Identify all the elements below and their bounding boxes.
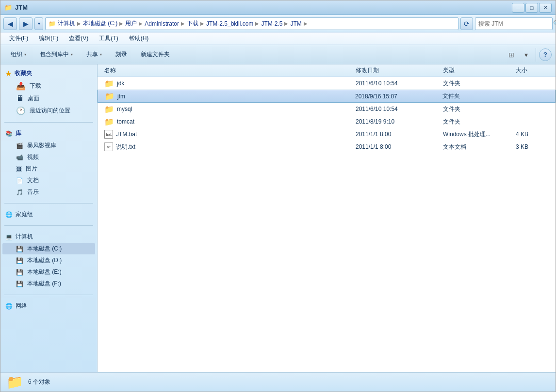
refresh-button[interactable]: ⟳ <box>460 17 473 30</box>
sidebar-homegroup-header[interactable]: 🌐 家庭组 <box>0 208 97 220</box>
library-label: 库 <box>16 129 21 138</box>
file-size-jtmbat: 4 KB <box>513 129 552 139</box>
view-list-button[interactable]: ⊞ <box>505 48 518 61</box>
col-header-size[interactable]: 大小 <box>513 64 552 77</box>
new-folder-button[interactable]: 新建文件夹 <box>134 47 176 63</box>
file-name-jdk: 📁 jdk <box>101 78 353 90</box>
sidebar-section-homegroup: 🌐 家庭组 <box>0 205 97 223</box>
sidebar-item-music[interactable]: 🎵 音乐 <box>2 187 95 198</box>
sidebar-section-library: 📚 库 🎬 暴风影视库 📹 视频 🖼 图片 📄 文档 🎵 音乐 <box>0 125 97 201</box>
sidebar-item-downloads[interactable]: 📥 下载 <box>2 80 95 92</box>
dropdown-button[interactable]: ▾ <box>34 17 43 30</box>
table-row[interactable]: 📁 jtm 2018/9/16 15:07 文件夹 <box>98 90 556 103</box>
computer-icon: 💻 <box>5 234 13 240</box>
col-header-name[interactable]: 名称 <box>101 64 353 77</box>
organize-button[interactable]: 组织 ▾ <box>4 47 33 63</box>
folder-icon: 📁 <box>104 117 114 126</box>
include-library-button[interactable]: 包含到库中 ▾ <box>33 47 79 63</box>
menu-file[interactable]: 文件(F) <box>4 33 33 44</box>
sidebar-item-label: 桌面 <box>28 94 39 103</box>
file-name-jtm: 📁 jtm <box>102 90 352 102</box>
file-type-jdk: 文件夹 <box>440 78 513 89</box>
share-label: 共享 <box>86 50 98 59</box>
sidebar-item-storm-library[interactable]: 🎬 暴风影视库 <box>2 140 95 151</box>
sidebar-divider-4 <box>4 295 93 295</box>
sidebar-favorites-header[interactable]: ★ 收藏夹 <box>0 67 97 79</box>
storm-icon: 🎬 <box>16 142 23 149</box>
path-jtm25: JTM-2.5 <box>261 20 282 27</box>
path-jtm-bkill: JTM-2.5_bkill.com <box>206 20 253 27</box>
col-header-date[interactable]: 修改日期 <box>353 64 440 77</box>
menu-view[interactable]: 查看(V) <box>64 33 93 44</box>
back-button[interactable]: ◀ <box>3 17 17 30</box>
table-row[interactable]: txt 说明.txt 2011/1/1 8:00 文本文档 3 KB <box>98 141 556 153</box>
file-size-tomcat <box>513 120 552 123</box>
sidebar-item-label: 本地磁盘 (E:) <box>27 268 62 276</box>
file-date-mysql: 2011/6/10 10:54 <box>353 104 440 114</box>
sidebar-item-label: 文档 <box>27 176 39 185</box>
address-path[interactable]: 📁 计算机 ▶ 本地磁盘 (C:) ▶ 用户 ▶ Administrator ▶… <box>45 17 458 30</box>
file-name-tomcat: 📁 tomcat <box>101 116 353 128</box>
sidebar-item-label: 下载 <box>30 82 41 90</box>
folder-icon: 📁 <box>104 79 114 88</box>
menu-bar: 文件(F) 编辑(E) 查看(V) 工具(T) 帮助(H) <box>0 32 556 45</box>
path-download: 下载 <box>187 19 198 28</box>
drive-d-icon: 💾 <box>16 257 23 264</box>
homegroup-label: 家庭组 <box>16 210 33 219</box>
maximize-button[interactable]: □ <box>525 3 538 13</box>
folder-icon: 📥 <box>16 81 26 91</box>
sidebar-item-video[interactable]: 📹 视频 <box>2 152 95 163</box>
sidebar-item-desktop[interactable]: 🖥 桌面 <box>2 93 95 104</box>
sidebar-item-label: 图片 <box>26 165 37 173</box>
table-row[interactable]: bat JTM.bat 2011/1/1 8:00 Windows 批处理...… <box>98 128 556 141</box>
file-date-tomcat: 2011/8/19 9:10 <box>353 117 440 126</box>
menu-tools[interactable]: 工具(T) <box>94 33 123 44</box>
sidebar-item-documents[interactable]: 📄 文档 <box>2 175 95 186</box>
view-dropdown-button[interactable]: ▾ <box>519 48 533 61</box>
include-library-label: 包含到库中 <box>40 50 69 59</box>
window-icon: 📁 <box>4 4 12 11</box>
burn-button[interactable]: 刻录 <box>109 47 133 63</box>
minimize-button[interactable]: ─ <box>512 3 524 13</box>
table-row[interactable]: 📁 mysql 2011/6/10 10:54 文件夹 <box>98 103 556 115</box>
sidebar-item-drive-c[interactable]: 💾 本地磁盘 (C:) <box>2 243 95 254</box>
forward-button[interactable]: ▶ <box>19 17 33 30</box>
sidebar-item-drive-d[interactable]: 💾 本地磁盘 (D:) <box>2 255 95 266</box>
sidebar-divider-3 <box>4 225 93 226</box>
sidebar-item-recent[interactable]: 🕐 最近访问的位置 <box>2 105 95 117</box>
documents-icon: 📄 <box>16 177 23 184</box>
organize-chevron: ▾ <box>24 52 26 57</box>
pictures-icon: 🖼 <box>16 166 22 172</box>
sidebar-item-drive-e[interactable]: 💾 本地磁盘 (E:) <box>2 267 95 278</box>
table-row[interactable]: 📁 jdk 2011/6/10 10:54 文件夹 <box>98 77 556 90</box>
sidebar-item-drive-f[interactable]: 💾 本地磁盘 (F:) <box>2 278 95 289</box>
table-row[interactable]: 📁 tomcat 2011/8/19 9:10 文件夹 <box>98 115 556 128</box>
sidebar-item-pictures[interactable]: 🖼 图片 <box>2 163 95 174</box>
file-list-header: 名称 修改日期 类型 大小 <box>98 64 556 77</box>
title-bar-controls: ─ □ ✕ <box>512 3 552 13</box>
search-input[interactable] <box>478 20 551 27</box>
search-box[interactable]: 🔍 <box>475 17 553 30</box>
menu-edit[interactable]: 编辑(E) <box>34 33 63 44</box>
music-icon: 🎵 <box>16 189 23 196</box>
file-type-jtmbat: Windows 批处理... <box>440 129 513 140</box>
path-computer: 计算机 <box>58 19 75 28</box>
file-size-jdk <box>513 82 552 85</box>
sidebar-computer-header[interactable]: 💻 计算机 <box>0 231 97 243</box>
close-button[interactable]: ✕ <box>539 3 552 13</box>
menu-help[interactable]: 帮助(H) <box>124 33 154 44</box>
path-part: 📁 <box>49 20 56 27</box>
help-button[interactable]: ? <box>539 48 552 61</box>
col-header-type[interactable]: 类型 <box>440 64 513 77</box>
sidebar-library-header[interactable]: 📚 库 <box>0 127 97 140</box>
recent-icon: 🕐 <box>16 106 26 115</box>
sidebar-network-header[interactable]: 🌐 网络 <box>0 300 97 312</box>
file-size-jtm <box>512 95 551 98</box>
favorites-label: 收藏夹 <box>15 69 32 78</box>
sidebar: ★ 收藏夹 📥 下载 🖥 桌面 🕐 最近访问的位置 📚 库 <box>0 64 98 372</box>
share-button[interactable]: 共享 ▾ <box>80 47 108 63</box>
title-bar-left: 📁 JTM <box>4 4 28 11</box>
sidebar-item-label: 本地磁盘 (F:) <box>27 280 61 288</box>
file-date-jdk: 2011/6/10 10:54 <box>353 78 440 88</box>
search-icon[interactable]: 🔍 <box>553 20 556 27</box>
